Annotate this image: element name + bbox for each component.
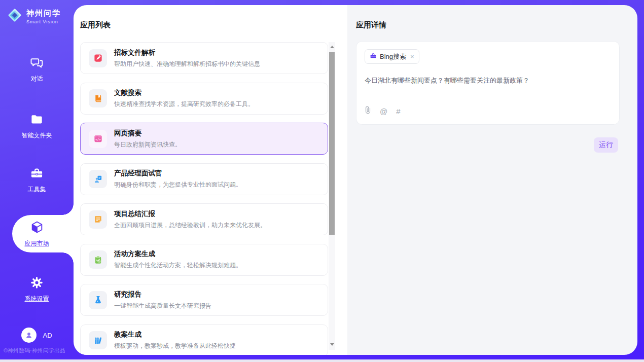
app-name: 项目总结汇报: [114, 209, 266, 219]
brand-subtitle: Smart Vision: [26, 19, 61, 24]
composer-toolbar: @ #: [365, 106, 401, 116]
interviewer-icon: [89, 170, 107, 188]
bid-edit-icon: [89, 49, 107, 67]
run-button[interactable]: 运行: [594, 137, 618, 153]
scroll-down-button[interactable]: [329, 341, 335, 348]
book-icon: [89, 89, 107, 107]
diamond-logo-icon: [7, 8, 22, 25]
app-desc: 智能生成个性化活动方案，轻松解决规划难题。: [114, 261, 242, 270]
gear-icon: [30, 276, 44, 292]
app-card-project-summary[interactable]: 项目总结汇报 全面回顾项目进展，总结经验教训，助力未来优化发展。: [80, 203, 328, 235]
cube-icon: [30, 220, 44, 236]
sidebar-item-label: 对话: [31, 75, 43, 83]
copyright-text: ©神州数码·神州问学出品: [4, 347, 65, 354]
note-icon: [89, 210, 107, 229]
scroll-up-button[interactable]: [329, 43, 335, 50]
chat-icon: [30, 56, 44, 71]
app-list: 招标文件解析 帮助用户快速、准确地理解和解析招标书中的关键信息 文献搜索 快速精…: [80, 42, 328, 355]
user-name: AD: [43, 332, 52, 339]
svg-text:</>: </>: [95, 138, 101, 141]
sidebar-item-label: 应用市场: [25, 239, 49, 248]
tool-chip-bing-search[interactable]: Bing搜索 ×: [365, 49, 419, 64]
app-list-scrollbar[interactable]: [329, 42, 335, 350]
sidebar-item-label: 工具集: [28, 185, 46, 194]
sidebar: 神州问学 Smart Vision 对话 智能文件夹: [0, 0, 74, 362]
sidebar-item-chat[interactable]: 对话: [0, 56, 74, 83]
app-desc: 帮助用户快速、准确地理解和解析招标书中的关键信息: [114, 60, 260, 68]
brand-name: 神州问学: [26, 9, 61, 18]
folder-icon: [30, 113, 44, 128]
scrollbar-thumb[interactable]: [329, 52, 335, 235]
sidebar-item-settings[interactable]: 系统设置: [0, 276, 74, 303]
app-desc: 模板驱动，教案秒成，教学准备从此轻松快捷: [114, 342, 236, 350]
sidebar-item-app-market[interactable]: 应用市场: [0, 220, 74, 248]
app-name: 招标文件解析: [114, 48, 260, 57]
app-card-bid-analysis[interactable]: 招标文件解析 帮助用户快速、准确地理解和解析招标书中的关键信息: [80, 42, 328, 74]
app-name: 网页摘要: [114, 129, 181, 138]
briefcase-icon: [370, 52, 377, 61]
hash-icon[interactable]: #: [396, 107, 400, 116]
app-card-research-report[interactable]: 研究报告 一键智能生成高质量长文本研究报告: [80, 284, 328, 316]
app-name: 教案生成: [114, 330, 236, 339]
mention-icon[interactable]: @: [380, 107, 387, 116]
app-list-panel: 应用列表 招标文件解析 帮助用户快速、准确地理解和解析招标书中的关键信息: [74, 5, 347, 355]
app-card-activity-plan[interactable]: 活动方案生成 智能生成个性化活动方案，轻松解决规划难题。: [80, 244, 328, 276]
prompt-editor[interactable]: Bing搜索 × 今日湖北有哪些新闻要点？有哪些需要关注的最新政策？ @ #: [356, 41, 620, 125]
app-name: 活动方案生成: [114, 249, 242, 259]
app-card-web-summary[interactable]: </> 网页摘要 每日政府新闻资讯快查。: [80, 123, 328, 155]
app-detail-panel: 应用详情 Bing搜索 × 今日湖北有哪些新闻要点？有哪些需要关注的最新政策？: [347, 5, 637, 355]
app-detail-title: 应用详情: [356, 20, 386, 30]
app-desc: 全面回顾项目进展，总结经验教训，助力未来优化发展。: [114, 221, 266, 230]
flask-icon: [89, 291, 107, 309]
app-name: 产品经理面试官: [114, 169, 242, 178]
user-account[interactable]: AD: [0, 328, 74, 343]
avatar: [21, 328, 37, 343]
paperclip-icon[interactable]: [365, 106, 371, 116]
app-list-title: 应用列表: [80, 20, 111, 30]
app-card-pm-interviewer[interactable]: 产品经理面试官 明确身份和职责，为您提供专业性的面试问题。: [80, 163, 328, 195]
app-desc: 每日政府新闻资讯快查。: [114, 140, 181, 149]
brand-logo: 神州问学 Smart Vision: [7, 8, 61, 25]
app-desc: 快速精准查找学术资源，提高研究效率的必备工具。: [114, 100, 254, 108]
app-name: 研究报告: [114, 290, 211, 299]
close-icon[interactable]: ×: [410, 53, 414, 60]
sidebar-item-label: 系统设置: [25, 295, 49, 303]
sidebar-item-smart-folder[interactable]: 智能文件夹: [0, 113, 74, 140]
bottom-edge-strip: [0, 359, 644, 362]
app-desc: 明确身份和职责，为您提供专业性的面试问题。: [114, 180, 242, 189]
toolbox-icon: [30, 166, 44, 182]
clipboard-check-icon: [89, 250, 107, 269]
app-name: 文献搜索: [114, 88, 254, 97]
main-container: 应用列表 招标文件解析 帮助用户快速、准确地理解和解析招标书中的关键信息: [74, 5, 637, 355]
books-icon: [89, 331, 107, 349]
app-card-lesson-plan[interactable]: 教案生成 模板驱动，教案秒成，教学准备从此轻松快捷: [80, 324, 328, 355]
sidebar-item-label: 智能文件夹: [22, 131, 52, 140]
app-card-literature-search[interactable]: 文献搜索 快速精准查找学术资源，提高研究效率的必备工具。: [80, 83, 328, 115]
tool-chip-label: Bing搜索: [380, 52, 406, 61]
web-code-icon: </>: [89, 130, 107, 148]
app-desc: 一键智能生成高质量长文本研究报告: [114, 302, 211, 310]
question-text: 今日湖北有哪些新闻要点？有哪些需要关注的最新政策？: [365, 76, 611, 85]
sidebar-item-toolset[interactable]: 工具集: [0, 166, 74, 194]
